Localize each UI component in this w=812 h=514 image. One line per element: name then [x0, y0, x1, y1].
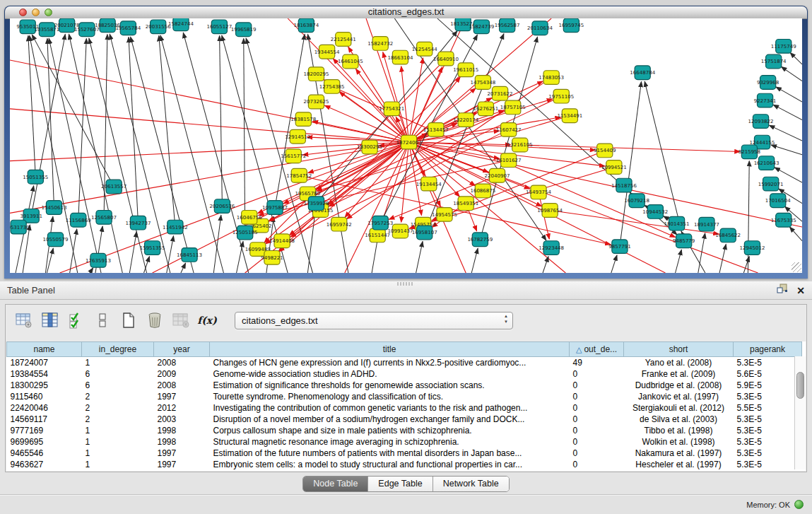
cell-pagerank[interactable]: 5.6E-5	[734, 368, 802, 380]
graph-node-teal[interactable]: 15751874	[761, 54, 787, 69]
cell-out-de-[interactable]: 0	[570, 380, 624, 391]
cell-out-de-[interactable]: 0	[570, 436, 624, 448]
delete-table-icon[interactable]	[145, 311, 165, 329]
cell-out-de-[interactable]: 0	[570, 448, 624, 459]
graph-node-teal[interactable]: 15051355	[23, 170, 48, 184]
graph-node-yellow[interactable]: 10994521	[601, 160, 627, 175]
cell-out-de-[interactable]: 49	[570, 357, 624, 369]
graph-node-yellow[interactable]: 17854752	[286, 168, 312, 182]
graph-node-teal[interactable]: 10550579	[43, 233, 69, 247]
table-row[interactable]: 977716911998Corpus callosum shape and si…	[7, 425, 802, 436]
cell-out-de-[interactable]: 0	[570, 402, 624, 414]
graph-node-yellow[interactable]: 16959742	[326, 217, 352, 231]
cell-pagerank[interactable]: 5.9E-5	[734, 380, 802, 391]
graph-node-yellow[interactable]: 9498221	[261, 251, 283, 265]
cell-year[interactable]: 1997	[154, 448, 210, 459]
column-visibility-icon[interactable]	[40, 311, 60, 329]
graph-node-teal[interactable]: 16648784	[630, 66, 655, 80]
graph-node-yellow[interactable]: 18663104	[387, 50, 413, 64]
graph-node-teal[interactable]: 20613557	[101, 180, 126, 194]
tab-network-table[interactable]: Network Table	[433, 477, 509, 491]
tab-edge-table[interactable]: Edge Table	[367, 477, 432, 491]
cell-short[interactable]: Yano et al. (2008)	[624, 357, 734, 369]
graph-node-teal[interactable]: 19965819	[231, 23, 257, 37]
function-builder-icon[interactable]: f(x)	[197, 311, 217, 329]
graph-node-yellow[interactable]: 11534491	[557, 109, 582, 123]
graph-node-yellow[interactable]: 18549351	[453, 197, 478, 211]
graph-node-yellow[interactable]: 17483053	[539, 71, 564, 85]
graph-node-yellow[interactable]: 11607427	[496, 123, 522, 137]
table-row[interactable]: 946554611997Estimation of the future num…	[7, 448, 802, 459]
column-header-year[interactable]: year	[154, 342, 210, 357]
graph-node-teal[interactable]: 15824744	[168, 18, 194, 31]
graph-node-teal[interactable]: 9485779	[673, 234, 695, 248]
cell-pagerank[interactable]: 5.3E-5	[734, 357, 802, 369]
cell-short[interactable]: Jankovic et al. (1997)	[624, 391, 734, 402]
graph-node-teal[interactable]: 18163874	[293, 18, 319, 33]
minimize-window-button[interactable]	[32, 8, 40, 16]
column-header-pagerank[interactable]: pagerank	[734, 342, 802, 357]
graph-node-yellow[interactable]: 18757105	[500, 100, 526, 115]
graph-node-teal[interactable]: 16055127	[206, 20, 232, 34]
cell-pagerank[interactable]: 5.3E-5	[734, 436, 802, 448]
cell-name[interactable]: 9699695	[7, 436, 82, 448]
cell-year[interactable]: 2008	[154, 357, 210, 369]
column-header-title[interactable]: title	[210, 342, 570, 357]
graph-node-yellow[interactable]: 19751105	[548, 89, 574, 103]
cell-name[interactable]: 9777169	[7, 425, 82, 436]
graph-node-teal[interactable]: 19562587	[495, 18, 520, 33]
cell-pagerank[interactable]: 5.5E-5	[734, 402, 802, 414]
cell-short[interactable]: Franke et al. (2009)	[624, 368, 734, 380]
graph-node-teal[interactable]: 11175749	[771, 40, 796, 54]
graph-node-teal[interactable]: 12945012	[739, 241, 765, 255]
cell-year[interactable]: 2009	[154, 368, 210, 380]
cell-pagerank[interactable]: 5.3E-5	[734, 448, 802, 459]
table-row[interactable]: 1830029562008Estimation of significance …	[7, 380, 802, 391]
graph-node-teal[interactable]: 16959745	[558, 18, 584, 33]
graph-node-teal[interactable]: 13450613	[42, 201, 67, 215]
cell-in-degree[interactable]: 6	[82, 380, 154, 391]
table-row[interactable]: 969969511998Structural magnetic resonanc…	[7, 436, 802, 448]
cell-out-de-[interactable]: 0	[570, 368, 624, 380]
graph-node-yellow[interactable]: 9154409	[594, 144, 616, 158]
column-header-in-degree[interactable]: in_degree	[82, 342, 154, 357]
scrollbar-thumb[interactable]	[796, 372, 804, 399]
rows-icon[interactable]	[93, 311, 112, 329]
graph-node-teal[interactable]: 16079218	[624, 194, 649, 208]
close-window-button[interactable]	[19, 8, 27, 16]
cell-title[interactable]: Corpus callosum shape and size in male p…	[210, 425, 570, 436]
table-row[interactable]: 946362711997Embryonic stem cells: a mode…	[7, 459, 802, 470]
cell-title[interactable]: Embryonic stem cells: a model to study s…	[210, 459, 570, 470]
cell-title[interactable]: Estimation of the future numbers of pati…	[210, 448, 570, 459]
graph-node-teal[interactable]: 16845113	[177, 248, 202, 262]
tab-node-table[interactable]: Node Table	[303, 477, 367, 491]
row-selection-icon[interactable]	[66, 311, 86, 329]
table-select-dropdown[interactable]: citations_edges.txt ▲ ▼	[235, 312, 513, 329]
cell-short[interactable]: Dudbridge et al. (2008)	[624, 380, 734, 391]
cell-year[interactable]: 1997	[154, 391, 210, 402]
cell-in-degree[interactable]: 1	[82, 448, 154, 459]
graph-node-teal[interactable]: 15992071	[758, 177, 784, 191]
cell-title[interactable]: Investigating the contribution of common…	[210, 402, 570, 414]
cell-in-degree[interactable]: 2	[82, 414, 154, 425]
cell-name[interactable]: 9465546	[7, 448, 82, 459]
graph-node-teal[interactable]: 18914377	[694, 217, 719, 231]
cell-title[interactable]: Genome-wide association studies in ADHD.	[210, 368, 570, 380]
cell-out-de-[interactable]: 0	[570, 459, 624, 470]
table-options-icon[interactable]	[14, 311, 34, 329]
cell-name[interactable]: 18300295	[7, 380, 82, 391]
graph-node-teal[interactable]: 9531730	[10, 220, 30, 234]
table-row[interactable]: 2242004622012Investigating the contribut…	[7, 402, 802, 414]
graph-node-teal[interactable]: 17016504	[765, 194, 791, 208]
cell-out-de-[interactable]: 0	[570, 391, 624, 402]
cell-name[interactable]: 14569117	[7, 414, 82, 425]
cell-year[interactable]: 1998	[154, 425, 210, 436]
close-panel-icon[interactable]: ✕	[796, 286, 805, 296]
cell-name[interactable]: 19384554	[7, 368, 82, 380]
cell-short[interactable]: Nakamura et al. (1997)	[624, 448, 734, 459]
graph-node-teal[interactable]: 15951355	[140, 241, 165, 255]
cell-year[interactable]: 2008	[154, 380, 210, 391]
cell-in-degree[interactable]: 2	[82, 391, 154, 402]
graph-node-teal[interactable]: 11451942	[163, 220, 188, 234]
graph-node-yellow[interactable]: 20732625	[304, 95, 329, 109]
